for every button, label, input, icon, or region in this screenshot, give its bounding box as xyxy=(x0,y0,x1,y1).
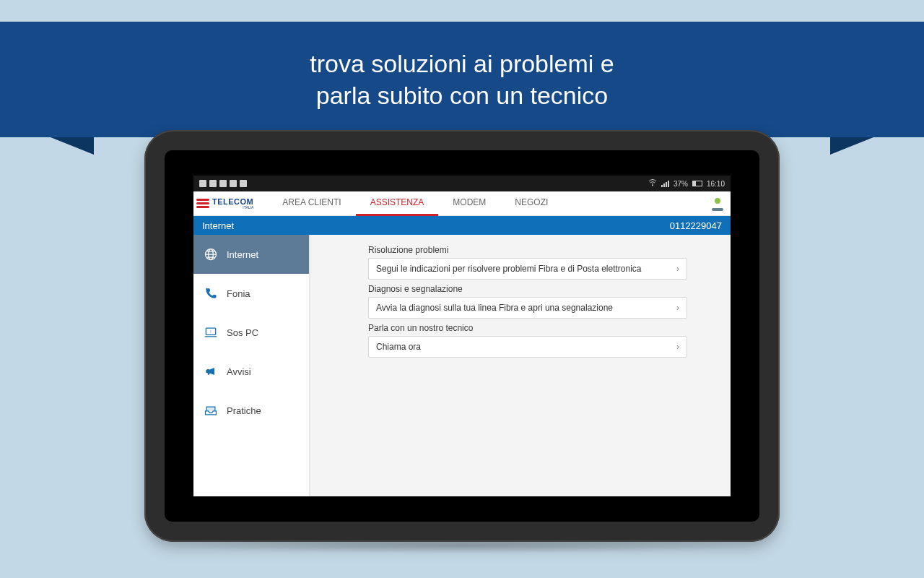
android-status-bar: 37% 16:10 xyxy=(193,176,731,191)
ribbon-decoration xyxy=(830,137,873,155)
hero-line-2: parla subito con un tecnico xyxy=(316,79,608,111)
sidebar-item-internet[interactable]: Internet xyxy=(193,235,309,274)
telecom-logo[interactable]: TELECOM ITALIA xyxy=(196,198,253,210)
app-screen: 37% 16:10 TELECOM ITALIA AREA CLIENTI AS… xyxy=(193,176,731,496)
option-diagnosi[interactable]: Avvia la diagnosi sulla tua linea Fibra … xyxy=(368,297,687,319)
option-text: Chiama ora xyxy=(376,342,421,352)
status-notification-icons xyxy=(199,180,247,187)
tablet-frame: 37% 16:10 TELECOM ITALIA AREA CLIENTI AS… xyxy=(144,130,780,542)
ribbon-decoration xyxy=(51,137,94,155)
nav-tabs: AREA CLIENTI ASSISTENZA MODEM NEGOZI xyxy=(268,191,562,216)
battery-icon xyxy=(692,181,702,186)
wifi-icon xyxy=(648,179,657,188)
hero-line-1: trova soluzioni ai problemi e xyxy=(310,48,614,79)
svg-point-0 xyxy=(652,185,653,186)
battery-percent: 37% xyxy=(674,180,688,188)
chevron-right-icon: › xyxy=(676,264,679,274)
section-label: Diagnosi e segnalazione xyxy=(368,284,687,294)
account-number: 0112229047 xyxy=(670,220,722,231)
section-title: Internet xyxy=(202,220,234,231)
sidebar: Internet Fonia ! Sos PC xyxy=(193,235,309,496)
content-panel: Risoluzione problemi Segui le indicazion… xyxy=(310,235,731,496)
globe-icon xyxy=(204,247,218,262)
logo-bars-icon xyxy=(196,199,209,208)
phone-icon xyxy=(204,286,218,301)
section-label: Parla con un nostro tecnico xyxy=(368,323,687,333)
sidebar-item-label: Pratiche xyxy=(227,405,261,416)
chevron-right-icon: › xyxy=(676,303,679,313)
tab-area-clienti[interactable]: AREA CLIENTI xyxy=(268,191,355,216)
section-label: Risoluzione problemi xyxy=(368,245,687,255)
user-account-icon[interactable] xyxy=(712,198,723,210)
chevron-right-icon: › xyxy=(676,342,679,352)
hero-banner: trova soluzioni ai problemi e parla subi… xyxy=(0,22,924,137)
brand-sub: ITALIA xyxy=(243,206,253,210)
tab-negozi[interactable]: NEGOZI xyxy=(500,191,562,216)
sidebar-item-label: Internet xyxy=(227,249,258,260)
brand-name: TELECOM xyxy=(212,198,253,206)
option-text: Avvia la diagnosi sulla tua linea Fibra … xyxy=(376,303,613,313)
sidebar-item-label: Sos PC xyxy=(227,327,258,338)
megaphone-icon xyxy=(204,364,218,379)
tray-icon xyxy=(204,403,218,418)
clock: 16:10 xyxy=(707,180,725,188)
sidebar-item-sos-pc[interactable]: ! Sos PC xyxy=(193,313,309,352)
sidebar-item-pratiche[interactable]: Pratiche xyxy=(193,391,309,430)
sidebar-item-label: Avvisi xyxy=(227,366,251,377)
section-bar: Internet 0112229047 xyxy=(193,216,731,235)
signal-icon xyxy=(661,181,669,187)
svg-text:!: ! xyxy=(210,329,211,334)
option-chiama[interactable]: Chiama ora › xyxy=(368,336,687,358)
option-risoluzione[interactable]: Segui le indicazioni per risolvere probl… xyxy=(368,258,687,280)
tab-assistenza[interactable]: ASSISTENZA xyxy=(356,191,439,216)
sidebar-item-avvisi[interactable]: Avvisi xyxy=(193,352,309,391)
sidebar-item-label: Fonia xyxy=(227,288,250,299)
sidebar-item-fonia[interactable]: Fonia xyxy=(193,274,309,313)
app-top-nav: TELECOM ITALIA AREA CLIENTI ASSISTENZA M… xyxy=(193,191,731,216)
tab-modem[interactable]: MODEM xyxy=(438,191,500,216)
option-text: Segui le indicazioni per risolvere probl… xyxy=(376,264,642,274)
laptop-icon: ! xyxy=(204,325,218,340)
